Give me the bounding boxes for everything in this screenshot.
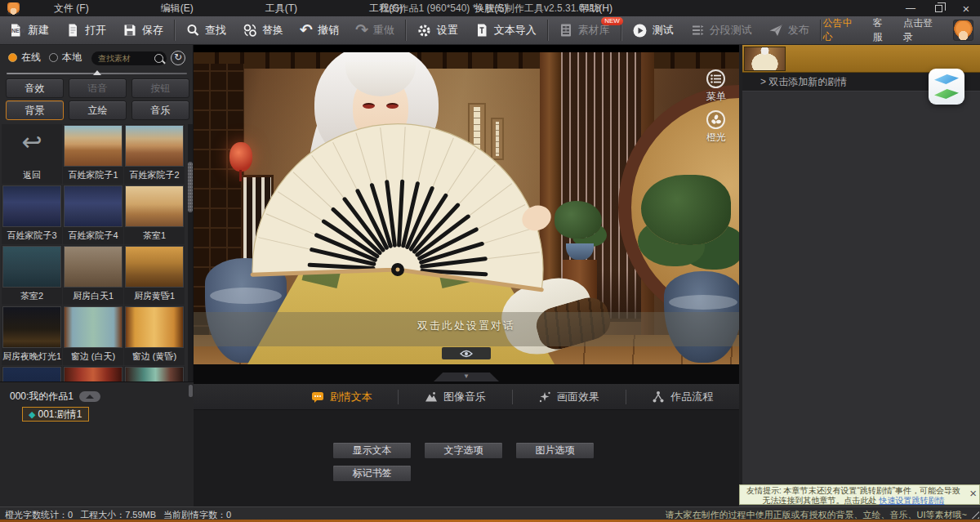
test-button[interactable]: 测试	[624, 16, 682, 45]
floating-s-logo-button[interactable]	[929, 69, 964, 105]
toolbar-right: 公告中心 客服 点击登录	[823, 16, 980, 44]
notice-close-icon[interactable]: ×	[969, 487, 977, 499]
refresh-icon[interactable]: ↻	[171, 51, 185, 65]
overlay-menu-button[interactable]	[706, 69, 725, 88]
show-text-button[interactable]: 显示文本	[332, 442, 412, 459]
thumbnail-kitchen-day1[interactable]: 厨房白天1	[63, 245, 123, 305]
tab-plot-text[interactable]: 剧情文本	[285, 384, 398, 410]
open-button[interactable]: 打开	[57, 16, 114, 45]
find-button[interactable]: 查找	[177, 16, 234, 45]
category-voice[interactable]: 语音	[69, 78, 127, 98]
back-arrow-icon: ↩	[2, 127, 62, 156]
tree-plot-node[interactable]: ◆ 001:剧情1	[22, 407, 89, 422]
thumbnail-partial3[interactable]	[124, 366, 185, 381]
category-background[interactable]: 背景	[6, 100, 64, 120]
scene-red-lantern	[229, 142, 252, 172]
thumbnail-yard1[interactable]: 百姓家院子1	[63, 124, 123, 184]
thumbnail-window-dusk[interactable]: 窗边 (黄昏)	[124, 306, 185, 365]
thumbnail-scrollbar[interactable]	[188, 124, 193, 381]
thumbnail-yard2[interactable]: 百姓家院子2	[124, 124, 185, 184]
panel-pull-handle[interactable]: ▼	[434, 373, 499, 381]
s-logo-bottom-chevron	[934, 86, 959, 99]
replace-button[interactable]: 替换	[234, 16, 292, 45]
tab-screen-effects[interactable]: 画面效果	[512, 384, 625, 410]
thumbnail-size-slider[interactable]	[7, 70, 187, 77]
resize-grip-icon[interactable]	[970, 510, 979, 519]
undo-icon: ↶	[300, 23, 313, 38]
thumbnail-kitchen-night1[interactable]: 厨房夜晚灯光1	[2, 306, 62, 365]
thumbnail-kitchen-dusk1[interactable]: 厨房黄昏1	[124, 245, 185, 305]
close-icon[interactable]: ×	[952, 0, 980, 16]
thumbnail-tea1[interactable]: 茶室1	[124, 185, 185, 244]
overlay-logo-button[interactable]	[706, 110, 725, 129]
settings-button[interactable]: 设置	[408, 16, 466, 45]
search-icon[interactable]	[154, 54, 163, 63]
category-button[interactable]: 按钮	[131, 78, 189, 98]
search-box	[91, 51, 167, 65]
play-icon	[632, 23, 648, 38]
support-link[interactable]: 客服	[873, 16, 892, 44]
collapse-icon[interactable]	[79, 391, 100, 402]
search-input[interactable]	[98, 54, 154, 63]
app-window: 文件 (F) 编辑(E) 工具(T) 工程(G) 换肤(S) 帮助(H) 我的作…	[0, 0, 980, 522]
menu-skin[interactable]: 换肤(S)	[474, 2, 507, 16]
game-preview-canvas[interactable]: 双击此处设置对话 菜单 橙光 ▼	[194, 45, 739, 384]
local-radio[interactable]	[49, 53, 58, 62]
new-button[interactable]: NEW 新建	[0, 16, 57, 45]
new-badge: NEW	[601, 17, 623, 25]
category-sound[interactable]: 音效	[6, 78, 64, 98]
text-import-button[interactable]: 文本导入	[466, 16, 545, 45]
avatar[interactable]	[953, 20, 973, 41]
toolbar-separator	[174, 20, 175, 41]
replace-icon	[243, 23, 257, 38]
redo-button[interactable]: ↷ 重做	[347, 16, 403, 45]
publish-button[interactable]: 发布	[760, 16, 817, 45]
overlay-menu-label: 菜单	[697, 90, 736, 104]
bookmark-button[interactable]: 标记书签	[332, 465, 412, 482]
thumbnail-tea2[interactable]: 茶室2	[2, 245, 62, 305]
slider-thumb[interactable]	[93, 70, 101, 75]
copyright-tip: 请大家在制作的过程中使用正版或有授权的背景、立绘、音乐、UI等素材哦~	[666, 509, 967, 521]
tree-scrollbar[interactable]	[189, 385, 193, 504]
menu-edit[interactable]: 编辑(E)	[161, 2, 194, 16]
asset-library-button[interactable]: 素材库 NEW	[550, 16, 618, 45]
segment-test-button[interactable]: 分段测试	[682, 16, 760, 45]
menu-file[interactable]: 文件 (F)	[54, 2, 89, 16]
thumbnail-partial1[interactable]	[2, 366, 62, 381]
thumbnail-partial2[interactable]	[63, 366, 123, 381]
minimize-icon[interactable]: —	[897, 0, 924, 16]
menu-tools[interactable]: 工具(T)	[265, 2, 297, 16]
restore-icon[interactable]	[924, 0, 952, 16]
menu-help[interactable]: 帮助(H)	[579, 2, 612, 16]
word-count: 橙光字数统计：0	[5, 509, 73, 521]
quick-set-jump-link[interactable]: 快速设置跳转剧情	[879, 496, 944, 505]
online-radio[interactable]	[8, 53, 17, 62]
tab-image-music[interactable]: 图像音乐	[399, 384, 511, 410]
app-logo-icon	[7, 2, 20, 15]
dialogue-area[interactable]: 双击此处设置对话	[194, 312, 739, 346]
menu-project[interactable]: 工程(G)	[369, 2, 403, 16]
announcement-link[interactable]: 公告中心	[823, 16, 862, 44]
category-portrait[interactable]: 立绘	[69, 100, 127, 120]
undo-button[interactable]: ↶ 撤销	[292, 16, 347, 45]
plot-list-scrollbar[interactable]	[739, 45, 742, 484]
text-import-icon	[474, 23, 489, 38]
save-button[interactable]: 保存	[114, 16, 172, 45]
image-options-button[interactable]: 图片选项	[515, 442, 595, 459]
plot-thumbnail[interactable]	[744, 47, 786, 71]
tree-project-node[interactable]: 000:我的作品1	[10, 390, 100, 404]
category-music[interactable]: 音乐	[131, 100, 189, 120]
thumbnail-yard4[interactable]: 百姓家院子4	[63, 185, 123, 244]
scene-wall-scroll	[491, 118, 504, 160]
text-options-button[interactable]: 文字选项	[424, 442, 503, 459]
titlebar: 文件 (F) 编辑(E) 工具(T) 工程(G) 换肤(S) 帮助(H) 我的作…	[0, 0, 980, 16]
toolbar-separator	[547, 20, 548, 41]
local-label: 本地	[62, 51, 82, 65]
login-link[interactable]: 点击登录	[903, 16, 942, 44]
thumbnail-back[interactable]: ↩ 返回	[2, 124, 62, 184]
mountain-icon	[425, 390, 438, 404]
tab-work-flow[interactable]: 作品流程	[626, 384, 739, 410]
thumbnail-window-day[interactable]: 窗边 (白天)	[63, 306, 123, 365]
hide-dialogue-button[interactable]	[442, 347, 491, 359]
thumbnail-yard3[interactable]: 百姓家院子3	[2, 185, 62, 244]
